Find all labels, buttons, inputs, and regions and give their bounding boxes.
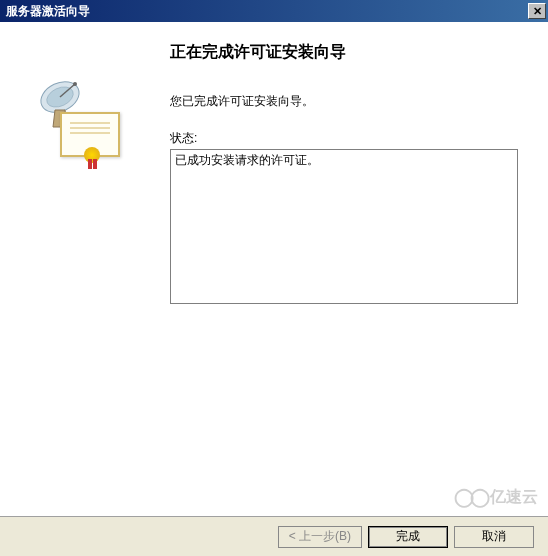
close-icon: ✕ [533, 5, 542, 18]
wizard-sidebar [0, 22, 170, 516]
cancel-button[interactable]: 取消 [454, 526, 534, 548]
wizard-button-bar: < 上一步(B) 完成 取消 [0, 516, 548, 556]
window-title: 服务器激活向导 [4, 3, 90, 20]
back-button: < 上一步(B) [278, 526, 362, 548]
status-message: 已成功安装请求的许可证。 [175, 153, 319, 167]
close-button[interactable]: ✕ [528, 3, 546, 19]
wizard-main: 正在完成许可证安装向导 您已完成许可证安装向导。 状态: 已成功安装请求的许可证… [170, 22, 548, 516]
wizard-heading: 正在完成许可证安装向导 [170, 42, 518, 63]
svg-point-3 [73, 82, 77, 86]
wizard-body: 正在完成许可证安装向导 您已完成许可证安装向导。 状态: 已成功安装请求的许可证… [0, 22, 548, 516]
certificate-icon [60, 112, 120, 157]
finish-button[interactable]: 完成 [368, 526, 448, 548]
wizard-subtext: 您已完成许可证安装向导。 [170, 93, 518, 110]
status-textbox[interactable]: 已成功安装请求的许可证。 [170, 149, 518, 304]
status-label: 状态: [170, 130, 518, 147]
wizard-graphic [35, 72, 145, 192]
window-titlebar: 服务器激活向导 ✕ [0, 0, 548, 22]
